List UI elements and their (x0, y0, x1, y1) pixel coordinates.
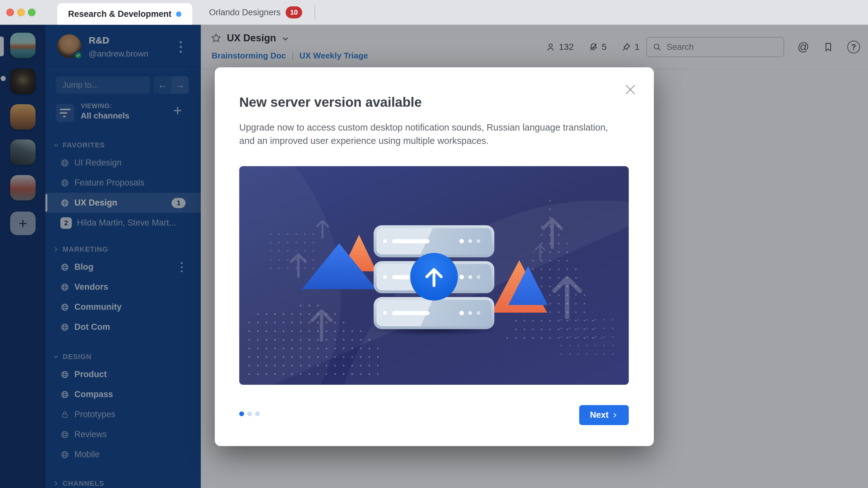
up-arrow-outline-icon (307, 303, 336, 344)
tab-orlando-designers[interactable]: Orlando Designers 10 (206, 0, 305, 25)
minimize-window-button[interactable] (17, 8, 25, 16)
up-arrow-outline-icon (287, 249, 309, 279)
window-titlebar: Research & Development Orlando Designers… (0, 0, 868, 25)
close-window-button[interactable] (6, 8, 14, 16)
modal-title: New server version available (239, 95, 422, 110)
tab-divider (314, 5, 315, 20)
tab-label: Research & Development (68, 9, 172, 19)
carousel-dot-3[interactable] (255, 411, 260, 416)
upgrade-arrow-icon (410, 253, 458, 301)
chevron-right-icon (612, 412, 618, 419)
server-slab (374, 297, 494, 329)
zoom-window-button[interactable] (28, 8, 36, 16)
app-content: + R&D @andrew.brown ← (0, 25, 868, 488)
unread-dot-icon (176, 11, 181, 17)
carousel-dot-1[interactable] (239, 411, 244, 416)
modal-body: Upgrade now to access custom desktop not… (239, 121, 617, 147)
up-arrow-outline-icon (548, 257, 586, 333)
up-arrow-outline-icon (314, 217, 331, 239)
carousel-dots (239, 411, 260, 416)
carousel-dot-2[interactable] (247, 411, 252, 416)
tab-research-development[interactable]: Research & Development (57, 3, 192, 25)
close-icon[interactable] (623, 83, 637, 97)
next-button[interactable]: Next (579, 405, 629, 425)
app-window: Research & Development Orlando Designers… (0, 0, 868, 488)
tab-label: Orlando Designers (209, 8, 281, 18)
up-arrow-outline-icon (533, 242, 547, 261)
upgrade-modal: New server version available Upgrade now… (215, 67, 654, 446)
tab-unread-badge: 10 (286, 6, 302, 19)
server-slab (374, 225, 494, 257)
upgrade-illustration (239, 166, 629, 385)
